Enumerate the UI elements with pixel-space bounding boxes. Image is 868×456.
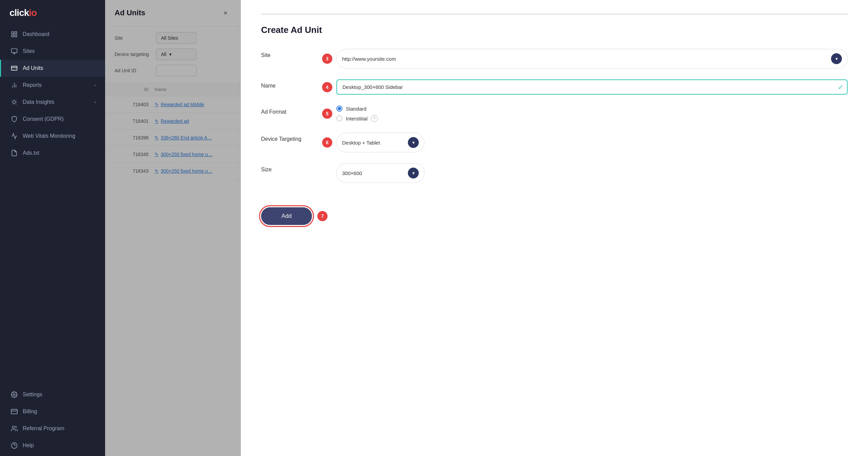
svg-rect-0 — [12, 32, 14, 34]
size-field-control: 300×600 ▾ — [322, 163, 848, 183]
create-panel-title: Create Ad Unit — [261, 25, 848, 35]
table-row: 718345 ✎ 300×250 fixed home u… — [105, 146, 240, 163]
table-header: ID Name — [105, 83, 240, 96]
chevron-down-icon-size: ▾ — [412, 170, 415, 176]
row-id: 718403 — [115, 102, 149, 107]
size-dropdown-arrow: ▾ — [408, 168, 419, 178]
device-targeting-select[interactable]: Desktop + Tablet ▾ — [336, 133, 425, 152]
device-targeting-field-row: Device Targeting 6 Desktop + Tablet ▾ — [261, 133, 848, 152]
radio-circle-standard — [336, 106, 342, 112]
row-name-link[interactable]: ✎ 300×250 fixed home u… — [149, 152, 231, 157]
interstitial-help-icon[interactable]: ? — [371, 115, 378, 122]
sidebar-nav: Dashboard Sites Ad Units Reports › — [0, 26, 105, 456]
sidebar-item-consent-gdpr[interactable]: Consent (GDPR) — [0, 111, 105, 128]
ad-format-field-label: Ad Format — [261, 106, 315, 115]
ad-units-header: Ad Units × — [105, 0, 240, 26]
row-id: 718401 — [115, 118, 149, 124]
row-name-link[interactable]: ✎ 336×280 End article A… — [149, 135, 231, 140]
svg-point-24 — [12, 426, 15, 429]
sidebar-item-label-consent: Consent (GDPR) — [23, 116, 96, 122]
sidebar-item-label-billing: Billing — [23, 408, 96, 415]
step-badge-3: 3 — [322, 54, 332, 64]
row-id: 718398 — [115, 135, 149, 140]
sidebar-item-dashboard[interactable]: Dashboard — [0, 26, 105, 43]
sidebar-item-label-web-vitals: Web Vitals Monitoring — [23, 133, 96, 139]
edit-icon: ✎ — [155, 102, 159, 107]
svg-rect-1 — [15, 32, 17, 34]
device-targeting-value: Desktop + Tablet — [342, 140, 380, 146]
site-filter-select[interactable]: All Sites — [156, 32, 197, 44]
edit-icon: ✎ — [155, 152, 159, 157]
row-id: 718345 — [115, 152, 149, 157]
close-button[interactable]: × — [220, 7, 231, 18]
table-row: 718403 ✎ Rewarded ad Mobile — [105, 96, 240, 113]
logo-dot: io — [29, 7, 37, 18]
ad-unit-id-input[interactable] — [156, 65, 197, 76]
device-filter-value: All — [161, 52, 166, 57]
logo-click: click — [9, 7, 29, 18]
sidebar-item-label-help: Help — [23, 442, 96, 449]
table-row: 718398 ✎ 336×280 End article A… — [105, 130, 240, 146]
sidebar-item-ad-units[interactable]: Ad Units — [0, 60, 105, 77]
sidebar-item-web-vitals[interactable]: Web Vitals Monitoring — [0, 128, 105, 145]
svg-point-12 — [13, 101, 16, 103]
edit-icon: ✎ — [155, 118, 159, 124]
file-icon — [11, 149, 18, 157]
svg-rect-2 — [15, 35, 17, 37]
edit-icon: ✎ — [155, 135, 159, 140]
th-id: ID — [115, 87, 149, 92]
svg-line-20 — [16, 100, 16, 100]
table-row: 718401 ✎ Rewarded ad — [105, 113, 240, 130]
th-name: Name — [149, 87, 231, 92]
name-field-control: 4 ✓ — [322, 79, 848, 95]
main-area: Ad Units × Site All Sites Device targeti… — [105, 0, 868, 456]
monitor-icon — [11, 48, 18, 55]
ad-units-filters: Site All Sites Device targeting All ▾ Ad… — [105, 26, 240, 83]
site-select-field[interactable]: http://www.yoursite.com ▾ — [336, 49, 848, 69]
svg-point-21 — [14, 394, 15, 396]
sidebar-item-settings[interactable]: Settings — [0, 386, 105, 403]
sidebar-item-help[interactable]: Help — [0, 437, 105, 456]
step-badge-4: 4 — [322, 82, 332, 92]
row-id: 718343 — [115, 168, 149, 174]
row-name-link[interactable]: ✎ Rewarded ad — [149, 118, 231, 124]
radio-interstitial[interactable]: Interstitial ? — [336, 115, 378, 122]
device-targeting-label: Device Targeting — [261, 133, 315, 142]
sidebar-item-label-data-insights: Data Insights — [23, 99, 90, 105]
size-select-value: 300×600 — [342, 170, 362, 176]
device-targeting-control: 6 Desktop + Tablet ▾ — [322, 133, 848, 152]
add-button-row: Add 7 — [261, 201, 848, 225]
sidebar-item-data-insights[interactable]: Data Insights › — [0, 94, 105, 111]
name-field-row: Name 4 ✓ — [261, 79, 848, 95]
size-select[interactable]: 300×600 ▾ — [336, 163, 425, 183]
name-input[interactable] — [336, 79, 848, 95]
radio-standard[interactable]: Standard — [336, 106, 378, 112]
sidebar-item-billing[interactable]: Billing — [0, 403, 105, 420]
sidebar-item-referral[interactable]: Referral Program — [0, 420, 105, 437]
ad-format-field-row: Ad Format 5 Standard Interstitial — [261, 106, 848, 122]
row-name-link[interactable]: ✎ 300×250 fixed home u… — [149, 168, 231, 174]
settings-icon — [11, 391, 18, 398]
device-filter-row: Device targeting All ▾ — [115, 49, 231, 60]
chevron-right-icon-reports: › — [94, 83, 96, 88]
chevron-down-icon-site: ▾ — [835, 56, 838, 61]
sidebar-item-sites[interactable]: Sites — [0, 43, 105, 60]
site-filter-value: All Sites — [161, 35, 178, 41]
svg-rect-22 — [11, 409, 17, 414]
input-checkmark-icon: ✓ — [838, 83, 844, 91]
create-ad-unit-panel: Create Ad Unit Site 3 http://www.yoursit… — [241, 0, 868, 456]
site-filter-label: Site — [115, 35, 152, 41]
create-form: Site 3 http://www.yoursite.com ▾ Name 4 — [261, 49, 848, 442]
table-row: 718343 ✎ 300×250 fixed home u… — [105, 163, 240, 179]
svg-rect-7 — [12, 66, 17, 70]
add-button[interactable]: Add — [261, 207, 312, 225]
sidebar-item-reports[interactable]: Reports › — [0, 77, 105, 94]
radio-circle-interstitial — [336, 115, 342, 121]
sidebar-item-ads-txt[interactable]: Ads.txt — [0, 145, 105, 162]
chevron-right-icon-data-insights: › — [94, 100, 96, 104]
ad-format-field-control: 5 Standard Interstitial ? — [322, 106, 848, 122]
sidebar-item-label-dashboard: Dashboard — [23, 31, 96, 37]
site-filter-row: Site All Sites — [115, 32, 231, 44]
device-filter-select[interactable]: All ▾ — [156, 49, 197, 60]
row-name-link[interactable]: ✎ Rewarded ad Mobile — [149, 102, 231, 107]
